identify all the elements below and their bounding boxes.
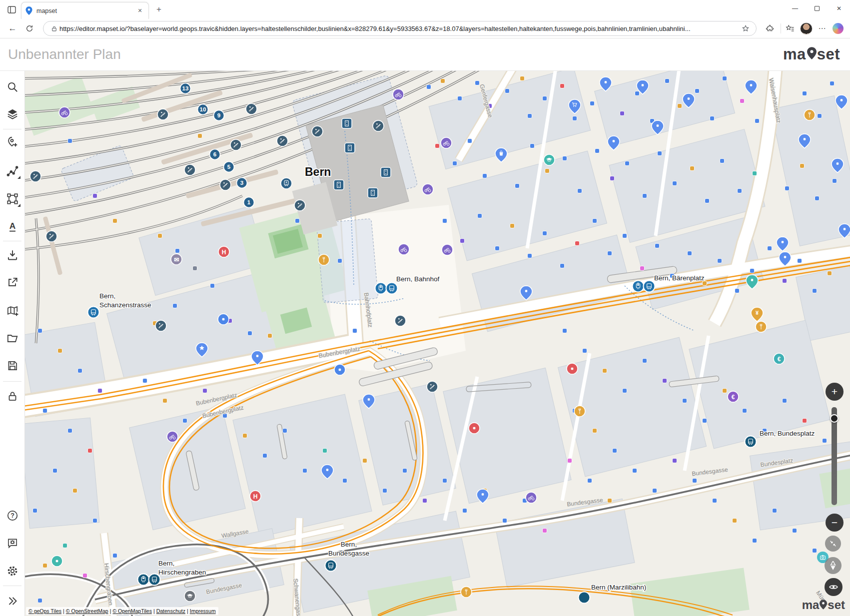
poi-dot [703,419,707,423]
favorite-star-icon[interactable] [740,23,751,34]
draw-line-tool-button[interactable] [3,162,21,180]
poi-dot [515,184,520,188]
preview-button[interactable] [825,578,843,596]
transit-stop-label: Bern, Bahnhof [396,275,440,283]
zoom-out-button[interactable]: − [826,514,844,532]
poi-icon-H: H [250,491,261,502]
plan-title-input[interactable] [8,46,783,62]
lock-plan-button[interactable] [3,387,21,405]
favorites-hub-button[interactable] [783,21,797,35]
poi-icon-stairs [312,126,323,137]
poi-dot [738,189,742,193]
dot-icon [482,493,484,495]
poi-dot [158,234,162,238]
feedback-button[interactable] [3,534,21,552]
poi-dot [705,199,710,203]
browser-menu-button[interactable]: ⋯ [815,21,829,35]
download-button[interactable] [3,246,21,264]
tab-title: mapset [36,7,135,14]
browser-tab-mapset[interactable]: mapset ✕ [21,2,149,19]
poi-dot [723,76,727,81]
app-header: ma set [0,38,850,71]
new-tab-button[interactable]: + [152,2,166,16]
expand-toolbar-button[interactable] [3,592,21,610]
settings-button[interactable] [3,562,21,580]
poi-dot [833,179,837,183]
poi-dot [363,459,367,463]
search-tool-button[interactable] [3,78,21,96]
copilot-button[interactable] [831,21,845,35]
poi-dot [693,479,697,483]
attribution-link[interactable]: © OpenStreetMap [66,608,108,614]
poi-dot [173,304,177,308]
poi-icon-sq [567,363,578,374]
poi-dot [210,284,215,288]
add-marker-tool-button[interactable] [3,133,21,151]
add-pin-icon [6,135,19,148]
poi-dot [613,449,617,453]
poi-dot [383,489,387,493]
back-button[interactable]: ← [5,21,20,36]
window-close-button[interactable]: ✕ [828,0,850,17]
zoom-in-button[interactable]: + [826,383,844,401]
tab-close-button[interactable]: ✕ [135,6,144,15]
poi-dot [563,156,567,161]
poi-dot [588,479,592,483]
bus-stop-circle [745,436,757,448]
dot-icon [841,99,843,101]
poi-icon-train [281,178,292,189]
poi-dot [828,271,832,276]
share-icon [6,276,19,289]
add-text-tool-button[interactable]: A [3,218,21,236]
new-plan-button[interactable] [3,302,21,320]
dot-icon [525,290,527,292]
city-label-layer: Bern [305,165,331,178]
toolbar-divider [3,381,21,382]
poi-dot [88,449,92,453]
poi-dot [93,519,97,523]
tab-actions-button[interactable] [4,2,19,17]
poi-dot [520,76,525,81]
poi-icon-bg [342,118,352,128]
poi-icon-bike [59,107,70,118]
compass-button[interactable] [825,557,842,574]
poi-dot [563,329,567,333]
refresh-button[interactable] [22,21,37,36]
poi-icon-fork [318,254,329,265]
poi-icon-stairs [373,120,384,131]
zoom-slider-handle[interactable] [830,414,839,423]
attribution-link[interactable]: Datenschutz [156,608,185,614]
extensions-button[interactable] [763,21,777,35]
map-canvas[interactable]: GenfergasseWaisenhausplatzBahnhofplatzBu… [25,71,850,616]
profile-avatar[interactable] [799,21,813,35]
poi-icon-lift [334,180,344,190]
poi-dot [620,111,625,116]
extensions-icon [766,24,774,33]
draw-polygon-tool-button[interactable] [3,190,21,208]
url-text[interactable]: https://editor.mapset.io/?baselayer=worl… [59,25,740,32]
attribution-link[interactable]: © OpenMapTiles [112,608,152,614]
open-plan-button[interactable] [3,329,21,347]
site-security-icon[interactable] [48,23,59,34]
fit-extent-button[interactable] [825,536,841,552]
attribution-link[interactable]: © geOps Tiles [28,608,61,614]
poi-dot [443,479,447,483]
poi-dot [735,289,740,293]
eye-icon [829,582,839,592]
poi-icon-glyph: € [778,356,781,363]
attribution-link[interactable]: Impressum [190,608,216,614]
poi-dot [773,509,777,513]
platform-number: 3 [240,180,243,186]
watermark-prefix: ma [802,598,820,612]
poi-dot [640,266,645,271]
window-minimize-button[interactable]: — [784,0,806,17]
window-maximize-button[interactable] [806,0,828,17]
poi-dot [755,119,760,123]
platform-badge: 10 [198,104,208,115]
share-export-button[interactable] [3,273,21,291]
help-button[interactable]: ? [3,507,21,525]
poi-dot [98,389,102,393]
layers-tool-button[interactable] [3,105,21,123]
save-plan-button[interactable] [3,357,21,375]
url-bar[interactable]: https://editor.mapset.io/?baselayer=worl… [43,21,757,36]
